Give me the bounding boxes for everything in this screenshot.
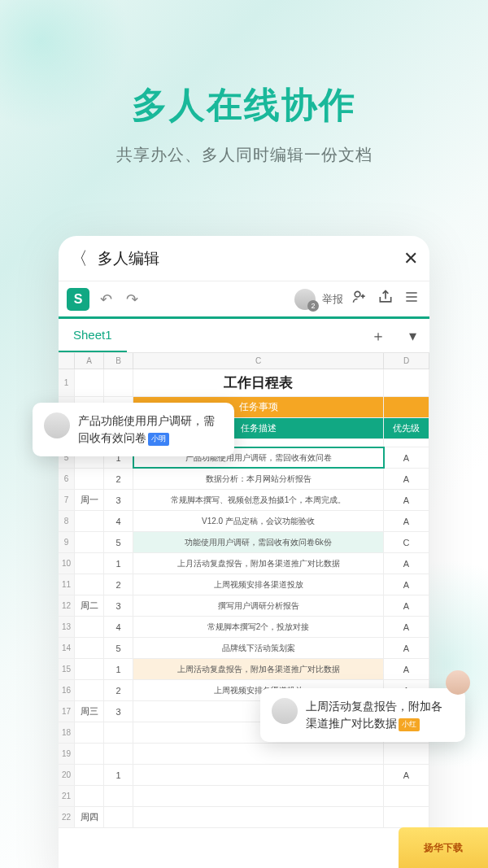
desc-cell[interactable]: 品牌线下活动策划案 [133, 638, 384, 658]
row-header[interactable]: 12 [59, 595, 75, 616]
index-cell[interactable]: 3 [104, 701, 133, 722]
day-cell[interactable] [75, 617, 104, 637]
desc-cell[interactable]: 常规脚本撰写2个，投放对接 [133, 617, 384, 637]
priority-cell[interactable]: A [384, 469, 429, 489]
undo-icon[interactable]: ↶ [96, 290, 115, 308]
priority-cell[interactable]: A [384, 511, 429, 531]
day-cell[interactable]: 周二 [75, 595, 104, 616]
table-row[interactable]: 134常规脚本撰写2个，投放对接A [59, 617, 429, 638]
row-header[interactable]: 13 [59, 617, 75, 637]
close-button[interactable]: ✕ [403, 248, 418, 269]
row-header[interactable]: 8 [59, 511, 75, 531]
index-cell[interactable]: 2 [104, 574, 133, 595]
sheet-title-cell[interactable]: 工作日程表 [133, 369, 384, 396]
add-sheet-button[interactable]: ＋ [361, 326, 395, 346]
desc-cell[interactable] [133, 807, 384, 827]
index-cell[interactable]: 3 [104, 595, 133, 616]
day-cell[interactable] [75, 659, 104, 679]
priority-cell[interactable] [384, 744, 429, 764]
index-cell[interactable] [104, 786, 133, 806]
day-cell[interactable] [75, 722, 104, 743]
priority-cell[interactable]: A [384, 659, 429, 679]
row-header[interactable]: 18 [59, 722, 75, 743]
desc-cell[interactable]: 撰写用户调研分析报告 [133, 595, 384, 616]
col-header-A[interactable]: A [75, 353, 104, 369]
sheet-tab[interactable]: Sheet1 [59, 319, 127, 352]
redo-icon[interactable]: ↷ [122, 290, 142, 308]
desc-cell[interactable]: 功能使用用户调研，需回收有效问卷6k份 [133, 532, 384, 552]
col-header-B[interactable]: B [104, 353, 133, 369]
desc-cell[interactable]: 常规脚本撰写、视频创意及拍摄1个，本周完成。 [133, 490, 384, 510]
priority-cell[interactable] [384, 786, 429, 806]
index-cell[interactable]: 2 [104, 469, 133, 489]
table-row[interactable]: 151上周活动复盘报告，附加各渠道推广对比数据A [59, 659, 429, 680]
desc-cell[interactable]: 上月活动复盘报告，附加各渠道推广对比数据 [133, 553, 384, 574]
sheet-dropdown-icon[interactable]: ▾ [395, 327, 429, 345]
collaborator-avatar[interactable]: 2 [294, 289, 316, 310]
priority-cell[interactable]: A [384, 553, 429, 574]
table-row[interactable]: 62数据分析：本月网站分析报告A [59, 469, 429, 490]
index-cell[interactable] [104, 807, 133, 827]
day-cell[interactable]: 周四 [75, 807, 104, 827]
day-cell[interactable] [75, 638, 104, 658]
day-cell[interactable] [75, 786, 104, 806]
table-row[interactable]: 22周四 [59, 807, 429, 828]
day-cell[interactable] [75, 680, 104, 700]
table-row[interactable]: 12周二3撰写用户调研分析报告A [59, 595, 429, 617]
row-header[interactable]: 7 [59, 490, 75, 510]
table-row[interactable]: 101上月活动复盘报告，附加各渠道推广对比数据A [59, 553, 429, 574]
back-button[interactable]: 〈 [70, 246, 93, 271]
index-cell[interactable]: 5 [104, 638, 133, 658]
table-row[interactable]: 84V12.0 产品定稿，会议功能验收A [59, 511, 429, 532]
table-row[interactable]: 145品牌线下活动策划案A [59, 638, 429, 659]
row-header[interactable]: 16 [59, 680, 75, 700]
priority-cell[interactable]: C [384, 532, 429, 552]
table-row[interactable]: 7周一3常规脚本撰写、视频创意及拍摄1个，本周完成。A [59, 490, 429, 511]
index-cell[interactable]: 1 [104, 659, 133, 679]
priority-cell[interactable]: A [384, 765, 429, 785]
day-cell[interactable]: 周三 [75, 701, 104, 722]
index-cell[interactable]: 4 [104, 511, 133, 531]
row-header[interactable]: 17 [59, 701, 75, 722]
index-cell[interactable] [104, 722, 133, 743]
index-cell[interactable] [104, 744, 133, 764]
day-cell[interactable]: 周一 [75, 490, 104, 510]
index-cell[interactable]: 1 [104, 765, 133, 785]
day-cell[interactable] [75, 511, 104, 531]
day-cell[interactable] [75, 574, 104, 595]
index-cell[interactable]: 3 [104, 490, 133, 510]
row-header[interactable]: 11 [59, 574, 75, 595]
day-cell[interactable] [75, 744, 104, 764]
desc-cell[interactable]: V12.0 产品定稿，会议功能验收 [133, 511, 384, 531]
row-header[interactable]: 15 [59, 659, 75, 679]
menu-icon[interactable] [402, 289, 421, 309]
row-header[interactable]: 21 [59, 786, 75, 806]
priority-cell[interactable]: A [384, 490, 429, 510]
table-row[interactable]: 112上周视频安排各渠道投放A [59, 574, 429, 595]
table-row[interactable]: 21 [59, 786, 429, 807]
table-row[interactable]: 1 工作日程表 [59, 369, 429, 397]
column-label-cell[interactable]: 优先级 [384, 418, 429, 438]
priority-cell[interactable]: A [384, 638, 429, 658]
share-icon[interactable] [376, 289, 395, 309]
row-header[interactable]: 19 [59, 744, 75, 764]
index-cell[interactable]: 4 [104, 617, 133, 637]
row-header[interactable]: 6 [59, 469, 75, 489]
table-row[interactable]: 19 [59, 744, 429, 765]
priority-cell[interactable]: A [384, 617, 429, 637]
desc-cell[interactable]: 上周视频安排各渠道投放 [133, 574, 384, 595]
day-cell[interactable] [75, 553, 104, 574]
table-row[interactable]: 95功能使用用户调研，需回收有效问卷6k份C [59, 532, 429, 553]
desc-cell[interactable] [133, 786, 384, 806]
report-button[interactable]: 举报 [322, 292, 343, 307]
desc-cell[interactable] [133, 765, 384, 785]
day-cell[interactable] [75, 469, 104, 489]
col-header-D[interactable]: D [384, 353, 429, 369]
row-header[interactable]: 14 [59, 638, 75, 658]
index-cell[interactable]: 1 [104, 553, 133, 574]
col-header-C[interactable]: C [133, 353, 384, 369]
day-cell[interactable] [75, 765, 104, 785]
priority-cell[interactable]: A [384, 595, 429, 616]
row-header[interactable]: 20 [59, 765, 75, 785]
add-user-icon[interactable] [350, 289, 369, 309]
